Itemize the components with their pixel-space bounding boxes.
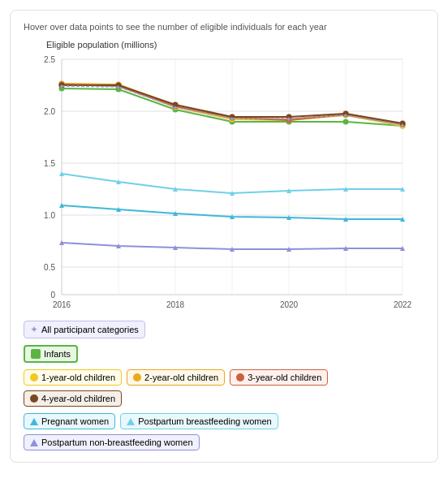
legend-item-y1: 1-year-old children <box>24 369 122 386</box>
svg-text:2022: 2022 <box>394 300 412 309</box>
svg-text:1.0: 1.0 <box>44 211 55 220</box>
svg-text:1.5: 1.5 <box>44 159 55 168</box>
svg-text:0: 0 <box>50 291 55 300</box>
svg-text:✦: ✦ <box>399 122 406 130</box>
svg-text:✦: ✦ <box>229 115 235 123</box>
star-icon: ✦ <box>30 324 38 335</box>
legend-area: ✦ All participant categories Infants 1-y… <box>24 321 424 450</box>
legend-item-pregnant: Pregnant women <box>24 413 115 429</box>
svg-text:✦: ✦ <box>286 115 292 123</box>
legend-label-pregnant: Pregnant women <box>41 416 109 426</box>
legend-label-y2: 2-year-old children <box>144 373 218 382</box>
svg-text:0.5: 0.5 <box>44 263 55 272</box>
legend-label-y3: 3-year-old children <box>248 373 321 382</box>
svg-text:2.5: 2.5 <box>44 55 55 64</box>
legend-label-postpartum-nbf: Postpartum non-breastfeeding women <box>41 437 193 447</box>
circle-y4-icon <box>30 394 38 403</box>
square-icon <box>31 349 41 359</box>
circle-y3-icon <box>236 373 244 381</box>
legend-item-postpartum-nbf: Postpartum non-breastfeeding women <box>24 434 200 450</box>
svg-text:✦: ✦ <box>115 84 122 92</box>
triangle-nbf-icon <box>30 439 38 446</box>
svg-text:2016: 2016 <box>53 300 71 309</box>
svg-text:2.0: 2.0 <box>44 107 55 116</box>
hover-hint: Hover over data points to see the number… <box>24 22 424 32</box>
legend-item-infants: Infants <box>24 345 78 363</box>
circle-y2-icon <box>133 373 141 381</box>
svg-text:✦: ✦ <box>58 83 65 91</box>
svg-text:✦: ✦ <box>342 112 349 120</box>
legend-item-y2: 2-year-old children <box>127 369 225 386</box>
circle-y1-icon <box>30 373 38 381</box>
legend-item-all: ✦ All participant categories <box>24 321 145 338</box>
svg-text:✦: ✦ <box>172 104 179 112</box>
chart-area: Eligible population (millions) <box>24 40 424 311</box>
legend-label-infants: Infants <box>44 349 71 359</box>
triangle-bf-icon <box>127 418 135 425</box>
y-axis-label: Eligible population (millions) <box>46 40 424 50</box>
legend-item-postpartum-bf: Postpartum breastfeeding women <box>120 413 278 429</box>
legend-label-all: All participant categories <box>41 325 139 334</box>
chart-inner: 2.5 2.0 1.5 1.0 0.5 0 2016 2018 2020 202… <box>24 51 424 311</box>
svg-text:2020: 2020 <box>280 300 299 309</box>
chart-container: Hover over data points to see the number… <box>10 10 438 463</box>
svg-text:2018: 2018 <box>166 300 185 309</box>
legend-item-y3: 3-year-old children <box>230 369 328 386</box>
legend-label-y1: 1-year-old children <box>41 373 115 382</box>
chart-svg: 2.5 2.0 1.5 1.0 0.5 0 2016 2018 2020 202… <box>24 51 424 311</box>
legend-item-y4: 4-year-old children <box>24 390 122 407</box>
triangle-pregnant-icon <box>30 418 38 425</box>
legend-label-y4: 4-year-old children <box>41 394 115 403</box>
legend-label-postpartum-bf: Postpartum breastfeeding women <box>138 416 271 426</box>
